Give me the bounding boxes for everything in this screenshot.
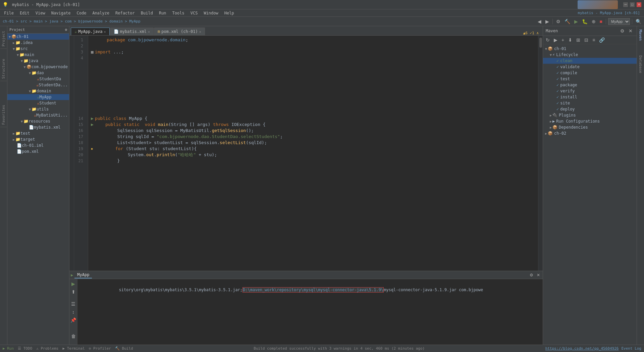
run-tab-myapp[interactable]: MyApp [74, 272, 92, 278]
maven-collapse-all[interactable]: ⊟ [583, 37, 590, 43]
tree-item-domain[interactable]: ▼ 📁 domain [7, 88, 69, 94]
tab-mybatis-xml[interactable]: 📄 mybatis.xml ✕ [110, 28, 154, 35]
problems-bottom-btn[interactable]: ⚠ Problems [36, 346, 58, 351]
terminal-bottom-btn[interactable]: ▶ Terminal [62, 346, 85, 351]
tree-item-ch01[interactable]: ▼ 📦 ch-01 [7, 34, 69, 40]
menu-analyze[interactable]: Analyze [90, 10, 112, 16]
run-bottom-btn[interactable]: ▶ Run [3, 346, 14, 351]
database-panel-tab[interactable]: Database [638, 53, 643, 75]
tab-pom-xml[interactable]: m pom.xml (ch-01) ✕ [154, 28, 205, 35]
maven-settings-button[interactable]: ⚙ [619, 28, 626, 34]
search-everywhere-button[interactable]: 🔍 [634, 18, 643, 25]
tree-item-com[interactable]: ▼ 📦 com.bjpowernode [7, 64, 69, 70]
menu-window[interactable]: Window [201, 10, 221, 16]
tree-item-java[interactable]: ▼ 📁 java [7, 58, 69, 64]
maven-compile[interactable]: ✓ compile [543, 70, 637, 76]
maven-plugins[interactable]: ▶ 🔌 Plugins [543, 112, 637, 118]
tree-item-dao[interactable]: ▼ 📁 dao [7, 70, 69, 76]
run-with-coverage[interactable]: ⊕ [590, 18, 597, 25]
tab-close-button[interactable]: ✕ [104, 30, 106, 34]
close-button[interactable]: ✕ [637, 2, 641, 7]
menu-file[interactable]: File [1, 10, 16, 16]
settings-button[interactable]: ⚙ [555, 18, 562, 25]
tree-item-ch01iml[interactable]: 📄 ch-01.iml [7, 142, 69, 148]
run-button[interactable]: ▶ [573, 18, 579, 25]
maven-run-button[interactable]: ▶ [552, 37, 559, 43]
tree-item-studentdao[interactable]: ☕ StudentDa [7, 76, 69, 82]
event-log-btn[interactable]: Event Log [621, 346, 641, 351]
menu-code[interactable]: Code [74, 10, 89, 16]
maven-refresh-button[interactable]: ↻ [544, 37, 551, 43]
debug-button[interactable]: 🐛 [581, 18, 589, 25]
menu-refactor[interactable]: Refactor [113, 10, 138, 16]
wrap-output[interactable]: ↕ [71, 309, 75, 315]
menu-run[interactable]: Run [156, 10, 169, 16]
tab-close-button[interactable]: ✕ [199, 30, 201, 34]
run-gutter-icon[interactable]: ▶ [91, 116, 94, 122]
menu-tools[interactable]: Tools [170, 10, 187, 16]
scrollbar-thumb[interactable] [539, 38, 542, 48]
tree-item-resources[interactable]: ▼ 📁 resources [7, 118, 69, 124]
maven-test[interactable]: ✓ test [543, 76, 637, 82]
tree-item-myapp[interactable]: ☕ MyApp [7, 94, 69, 100]
clear-output[interactable]: 🗑 [70, 333, 76, 340]
build-bottom-btn[interactable]: 🔨 Build [115, 346, 133, 351]
maven-expand-all[interactable]: ⊞ [575, 37, 582, 43]
maven-ch02[interactable]: ▶ 📦 ch-02 [543, 130, 637, 136]
back-button[interactable]: ◀ [536, 18, 543, 25]
maven-install[interactable]: ✓ install [543, 94, 637, 100]
tree-item-main[interactable]: ▼ 📁 main [7, 52, 69, 58]
maven-download-button[interactable]: ⬇ [567, 37, 574, 43]
tree-item-test[interactable]: ▶ 📁 test [7, 130, 69, 136]
stop-run-button[interactable]: ⬆ [71, 289, 76, 295]
menu-edit[interactable]: Edit [17, 10, 32, 16]
tree-item-mybatis-xml[interactable]: 📄 mybatis.xml [7, 124, 69, 130]
tree-item-pom[interactable]: 📄 pom.xml [7, 148, 69, 155]
scroll-to-end[interactable]: ☰ [70, 301, 76, 307]
pin-output[interactable]: 📌 [70, 317, 77, 323]
maven-toggle-output[interactable]: ≡ [591, 37, 596, 43]
run-config-select[interactable]: MyApp [608, 18, 630, 25]
stop-button[interactable]: ■ [598, 18, 604, 25]
gear-icon[interactable]: ⚙ [65, 28, 67, 32]
editor-scrollbar[interactable] [538, 36, 543, 271]
code-editor[interactable]: package com.bjpowernode.domain; ■import … [88, 36, 538, 271]
maven-close-button[interactable]: ✕ [627, 28, 634, 34]
build-button[interactable]: 🔨 [563, 18, 572, 25]
favorites-panel-tab[interactable]: Favorites [0, 103, 7, 127]
maximize-button[interactable]: □ [630, 2, 635, 7]
project-panel-tab[interactable]: Project [0, 29, 7, 49]
maven-clean[interactable]: ✓ clean [543, 58, 637, 64]
maven-ch01[interactable]: ▼ 📦 ch-01 [543, 46, 637, 52]
tab-myapp-java[interactable]: ☕ MyApp.java ✕ [71, 28, 110, 35]
tree-item-idea[interactable]: ▶ 📁 .idea [7, 40, 69, 46]
menu-navigate[interactable]: Navigate [49, 10, 73, 16]
tree-item-mybatisutil[interactable]: ☕ MyBatisUti... [7, 112, 69, 118]
run-panel-close[interactable]: ✕ [535, 272, 541, 278]
menu-build[interactable]: Build [138, 10, 156, 16]
tree-item-studentda2[interactable]: ☕ StudentDa... [7, 82, 69, 88]
tree-item-src[interactable]: ▼ 📁 src [7, 46, 69, 52]
minimize-button[interactable]: ─ [623, 2, 628, 7]
tree-item-target[interactable]: ▶ 📁 target [7, 136, 69, 142]
maven-validate[interactable]: ✓ validate [543, 64, 637, 70]
window-controls[interactable]: ─ □ ✕ [623, 2, 641, 7]
maven-package[interactable]: ✓ package [543, 82, 637, 88]
run-settings-button[interactable]: ⚙ [528, 272, 535, 278]
menu-view[interactable]: View [33, 10, 48, 16]
csdn-link[interactable]: https://blog.csdn.net/qq_45604926 [545, 346, 619, 351]
maven-run-configs[interactable]: ▶ ▶ Run Configurations [543, 118, 637, 124]
maven-add-button[interactable]: + [560, 37, 566, 43]
menu-vcs[interactable]: VCS [188, 10, 201, 16]
tab-close-button[interactable]: ✕ [148, 30, 150, 34]
profiler-bottom-btn[interactable]: ⊙ Profiler [89, 346, 111, 351]
tree-item-student[interactable]: ☕ Student [7, 100, 69, 106]
forward-button[interactable]: ▶ [544, 18, 550, 25]
maven-lifecycle[interactable]: ▼ ⚡ Lifecycle [543, 52, 637, 58]
rerun-button[interactable]: ▶ [71, 280, 76, 287]
structure-panel-tab[interactable]: Structure [0, 57, 7, 81]
run-highlighted-path[interactable]: D:\maven_work\repository\mysql\mysql-con… [243, 287, 384, 293]
maven-site[interactable]: ✓ site [543, 100, 637, 106]
tree-item-utils[interactable]: ▼ 📁 utils [7, 106, 69, 112]
menu-help[interactable]: Help [222, 10, 237, 16]
